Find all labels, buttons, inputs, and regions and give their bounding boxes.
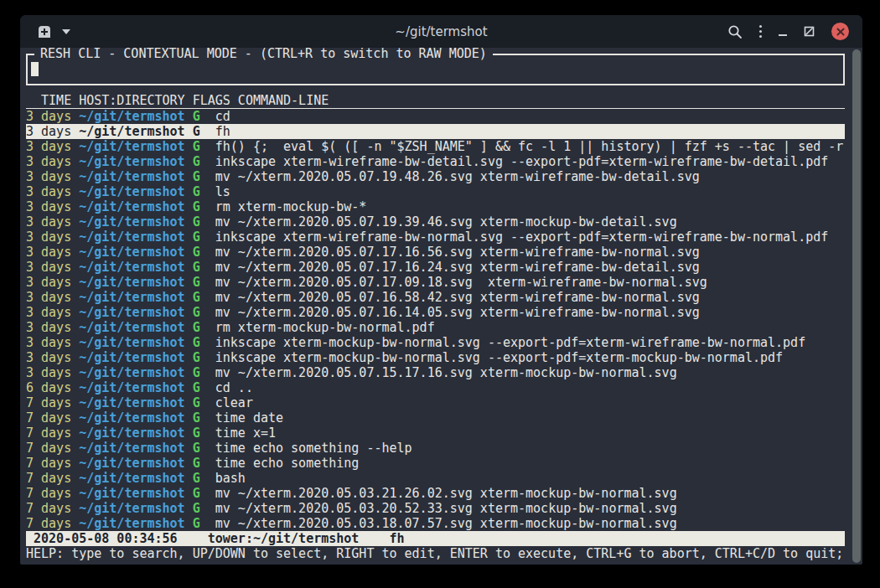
row-flags: G <box>193 154 200 169</box>
restore-button[interactable] <box>804 26 815 37</box>
history-row[interactable]: 3 days ~/git/termshot G mv ~/xterm.2020.… <box>26 365 845 380</box>
row-host-directory: ~/git/termshot <box>79 169 184 184</box>
search-input-box[interactable]: RESH CLI - CONTEXTUAL MODE - (CTRL+R to … <box>26 54 845 85</box>
row-flags: G <box>193 456 200 471</box>
history-row[interactable]: 3 days ~/git/termshot G mv ~/xterm.2020.… <box>26 260 845 275</box>
row-time: 3 days <box>26 109 71 124</box>
row-command: fh() {; eval $( ([ -n "$ZSH_NAME" ] && f… <box>215 139 844 154</box>
row-host-directory: ~/git/termshot <box>79 471 184 486</box>
row-command: time date <box>215 410 283 426</box>
history-row[interactable]: 7 days ~/git/termshot G time echo someth… <box>26 441 845 456</box>
history-row[interactable]: 7 days ~/git/termshot G clear <box>26 395 845 410</box>
minimize-icon <box>779 34 787 36</box>
search-button[interactable] <box>727 24 743 39</box>
text-cursor <box>31 62 39 76</box>
row-flags: G <box>193 365 200 380</box>
row-time: 7 days <box>26 486 71 501</box>
history-row[interactable]: 3 days ~/git/termshot G mv ~/xterm.2020.… <box>26 214 845 230</box>
row-host-directory: ~/git/termshot <box>79 350 184 365</box>
row-flags: G <box>193 380 200 395</box>
row-time: 3 days <box>26 230 71 245</box>
row-host-directory: ~/git/termshot <box>79 230 184 245</box>
history-row[interactable]: 3 days ~/git/termshot G mv ~/xterm.2020.… <box>26 275 845 290</box>
row-command: inkscape xterm-mockup-bw-normal.svg --ex… <box>215 335 805 350</box>
history-row[interactable]: 3 days ~/git/termshot G inkscape xterm-w… <box>26 154 845 169</box>
row-time: 3 days <box>26 275 71 290</box>
row-time: 3 days <box>26 184 71 199</box>
row-time: 7 days <box>26 410 71 426</box>
history-row[interactable]: 7 days ~/git/termshot G mv ~/xterm.2020.… <box>26 486 845 501</box>
row-host-directory: ~/git/termshot <box>79 184 184 199</box>
row-host-directory: ~/git/termshot <box>79 139 184 154</box>
row-host-directory: ~/git/termshot <box>79 395 184 410</box>
row-host-directory: ~/git/termshot <box>79 426 184 441</box>
row-flags: G <box>193 124 200 139</box>
row-flags: G <box>193 305 200 320</box>
history-row[interactable]: 3 days ~/git/termshot G mv ~/xterm.2020.… <box>26 245 845 260</box>
history-row[interactable]: 7 days ~/git/termshot G bash <box>26 471 845 486</box>
row-host-directory: ~/git/termshot <box>79 501 184 516</box>
row-time: 3 days <box>26 365 71 380</box>
row-flags: G <box>193 169 200 184</box>
row-flags: G <box>193 109 200 124</box>
history-row[interactable]: 7 days ~/git/termshot G time date <box>26 410 845 426</box>
minimize-button[interactable] <box>779 28 787 36</box>
history-row[interactable]: 3 days ~/git/termshot G rm xterm-mockup-… <box>26 320 845 335</box>
menu-button[interactable] <box>759 25 762 38</box>
kebab-menu-icon <box>759 25 762 38</box>
row-time: 7 days <box>26 471 71 486</box>
scrollbar-thumb[interactable] <box>852 49 861 563</box>
row-flags: G <box>193 410 200 426</box>
history-row[interactable]: 3 days ~/git/termshot G mv ~/xterm.2020.… <box>26 305 845 320</box>
row-command: time x=1 <box>215 426 276 441</box>
history-row[interactable]: 3 days ~/git/termshot G inkscape xterm-w… <box>26 230 845 245</box>
table-header: TIME HOST:DIRECTORY FLAGS COMMAND-LINE <box>26 93 845 109</box>
history-row[interactable]: 7 days ~/git/termshot G time echo someth… <box>26 456 845 471</box>
history-row[interactable]: 3 days ~/git/termshot G ls <box>26 184 845 199</box>
status-query: fh <box>390 531 405 546</box>
close-button[interactable] <box>831 23 849 40</box>
row-command: cd <box>215 109 230 124</box>
row-host-directory: ~/git/termshot <box>79 275 184 290</box>
row-command: fh <box>215 124 230 139</box>
row-command: mv ~/xterm.2020.05.07.17.09.18.svg xterm… <box>215 275 707 290</box>
row-flags: G <box>193 441 200 456</box>
row-host-directory: ~/git/termshot <box>79 456 184 471</box>
tab-switcher-dropdown[interactable] <box>62 29 70 34</box>
row-time: 3 days <box>26 169 71 184</box>
terminal-content: RESH CLI - CONTEXTUAL MODE - (CTRL+R to … <box>20 48 862 565</box>
row-time: 3 days <box>26 199 71 214</box>
row-time: 3 days <box>26 320 71 335</box>
row-host-directory: ~/git/termshot <box>79 260 184 275</box>
help-line: HELP: type to search, UP/DOWN to select,… <box>26 546 845 561</box>
history-row[interactable]: 3 days ~/git/termshot G cd <box>26 109 845 124</box>
row-host-directory: ~/git/termshot <box>79 380 184 395</box>
history-row[interactable]: 3 days ~/git/termshot G mv ~/xterm.2020.… <box>26 169 845 184</box>
history-row[interactable]: 3 days ~/git/termshot G inkscape xterm-m… <box>26 335 845 350</box>
row-flags: G <box>193 245 200 260</box>
row-time: 7 days <box>26 441 71 456</box>
row-flags: G <box>193 260 200 275</box>
history-row[interactable]: 3 days ~/git/termshot G fh <box>26 124 845 139</box>
history-row[interactable]: 7 days ~/git/termshot G mv ~/xterm.2020.… <box>26 501 845 516</box>
row-command: mv ~/xterm.2020.05.07.16.14.05.svg xterm… <box>215 305 700 320</box>
history-row[interactable]: 7 days ~/git/termshot G mv ~/xterm.2020.… <box>26 516 845 531</box>
row-command: mv ~/xterm.2020.05.03.18.07.57.svg xterm… <box>215 516 677 531</box>
row-command: mv ~/xterm.2020.05.03.21.26.02.svg xterm… <box>215 486 677 501</box>
row-command: mv ~/xterm.2020.05.07.19.39.46.svg xterm… <box>215 214 677 230</box>
row-command: mv ~/xterm.2020.05.07.17.16.56.svg xterm… <box>215 245 700 260</box>
row-host-directory: ~/git/termshot <box>79 516 184 531</box>
history-row[interactable]: 6 days ~/git/termshot G cd .. <box>26 380 845 395</box>
history-row[interactable]: 3 days ~/git/termshot G fh() {; eval $( … <box>26 139 845 154</box>
row-host-directory: ~/git/termshot <box>79 290 184 305</box>
history-row[interactable]: 3 days ~/git/termshot G mv ~/xterm.2020.… <box>26 290 845 305</box>
row-time: 7 days <box>26 501 71 516</box>
row-flags: G <box>193 275 200 290</box>
row-command: mv ~/xterm.2020.05.07.15.17.16.svg xterm… <box>215 365 677 380</box>
history-row[interactable]: 3 days ~/git/termshot G inkscape xterm-m… <box>26 350 845 365</box>
row-time: 7 days <box>26 456 71 471</box>
history-row[interactable]: 7 days ~/git/termshot G time x=1 <box>26 426 845 441</box>
history-row[interactable]: 3 days ~/git/termshot G rm xterm-mockup-… <box>26 199 845 214</box>
new-tab-button[interactable] <box>37 25 52 38</box>
row-host-directory: ~/git/termshot <box>79 199 184 214</box>
